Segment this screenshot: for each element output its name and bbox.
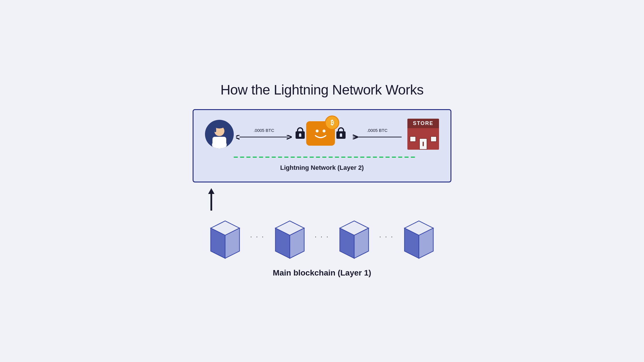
right-arrow-group: .0005 BTC: [349, 128, 405, 140]
ln-diagram: .0005 BTC: [205, 119, 439, 150]
block-3: [331, 217, 377, 263]
blockchain-section: · · · · · ·: [193, 217, 451, 278]
store-window-left: [410, 136, 416, 142]
svg-rect-3: [214, 128, 216, 132]
right-btc-label: .0005 BTC: [367, 128, 388, 133]
blocks-row: · · · · · ·: [201, 217, 443, 263]
block-2: [267, 217, 313, 263]
dots-1-2: · · ·: [250, 233, 265, 246]
main-title: How the Lightning Network Works: [221, 82, 424, 98]
svg-point-8: [323, 130, 325, 132]
right-lock-icon: [335, 127, 347, 141]
btc-wallet: ₿: [306, 121, 335, 147]
store-window-right: [430, 136, 437, 142]
block-4: [396, 217, 442, 263]
store-building: STORE: [407, 119, 439, 150]
lightning-layer-label: Lightning Network (Layer 2): [280, 164, 364, 172]
avatar: [205, 120, 234, 149]
svg-marker-12: [208, 188, 214, 194]
store-facade: [407, 128, 439, 150]
up-arrow-icon: [207, 188, 216, 211]
store-sign: STORE: [407, 119, 439, 128]
left-btc-label: .0005 BTC: [254, 128, 274, 133]
left-arrow-group: .0005 BTC: [236, 128, 292, 140]
arrow-up-container: [207, 188, 216, 212]
slide-container: How the Lightning Network Works: [161, 73, 483, 289]
svg-rect-5: [212, 137, 226, 146]
svg-rect-13: [210, 193, 212, 211]
btc-symbol: ₿: [331, 119, 334, 126]
svg-point-7: [316, 130, 319, 132]
dashed-green-line: [205, 155, 439, 159]
block-1: [202, 217, 248, 263]
lightning-panel: .0005 BTC: [193, 109, 451, 182]
dots-3-4: · · ·: [379, 233, 394, 246]
blockchain-label: Main blockchain (Layer 1): [273, 268, 371, 278]
btc-coin: ₿: [325, 115, 339, 130]
left-lock-icon: [294, 127, 306, 141]
dots-2-3: · · ·: [315, 233, 329, 246]
